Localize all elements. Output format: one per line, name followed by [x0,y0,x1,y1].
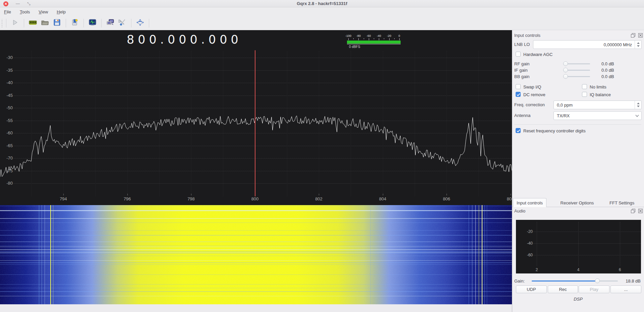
toolbar-separator [83,19,84,27]
device-config-icon [29,19,37,27]
dc-remove-checkbox[interactable] [516,92,521,97]
waterfall-streak [0,246,512,246]
tools-button[interactable] [117,18,127,28]
if-gain-slider[interactable] [563,68,590,72]
waterfall-streak [0,252,512,252]
audio-spectrum-plot: -20-40-6024681012 [516,220,641,273]
bb-gain-slider[interactable] [563,74,590,79]
menu-item-help[interactable]: Help [57,9,66,14]
audio-gain-label: Gain: [514,278,525,284]
toolbar-separator [131,19,131,27]
antenna-combobox[interactable]: TX/RX [553,111,642,120]
waterfall[interactable] [0,205,512,304]
more-options-button[interactable]: ... [610,286,641,293]
antenna-label: Antenna [514,113,530,118]
dbfs-scale-label: -80 [356,34,361,38]
float-panel-icon[interactable] [631,33,635,38]
audio-gain-slider[interactable] [532,278,618,283]
freq-correction-input[interactable]: 0,0 ppm [553,101,642,109]
tab-input-controls[interactable]: Input controls [513,198,546,207]
menu-item-view[interactable]: View [39,9,48,14]
slider-handle[interactable] [595,278,600,283]
audio-ylabel: -20 [521,229,533,234]
spin-down-icon[interactable] [637,45,640,47]
slider-handle[interactable] [563,68,568,72]
fft-trace [0,44,512,201]
toolbar-drag-handle[interactable] [1,19,3,27]
menu-item-file[interactable]: File [4,9,11,14]
udp-button[interactable]: UDP [516,286,547,293]
titlebar: ✕ — ⤡ Gqrx 2.8 - hackrf=51331f [0,0,644,7]
pan-view-button[interactable] [135,18,145,28]
spin-up-icon[interactable] [637,42,640,44]
reset-digits-row: Reset frequency controller digits [512,128,644,134]
start-dsp-button[interactable] [10,18,20,28]
waterfall-streak [0,230,512,231]
close-panel-icon[interactable] [638,209,643,213]
dbfs-tick [389,38,390,40]
menu-item-tools[interactable]: Tools [20,9,30,14]
gain-value: 0.0 dB [601,68,614,73]
toolbar [0,16,644,30]
remote-control-button[interactable] [105,18,115,28]
reset-digits-label: Reset frequency controller digits [523,128,586,133]
dbfs-scale-label: 0 [398,34,400,38]
bb-gain-row: BB gain0.0 dB [512,74,644,80]
tab-fft-settings[interactable]: FFT Settings [606,198,638,207]
dock-tabbar: Input controlsReceiver OptionsFFT Settin… [512,198,644,207]
waterfall-signal-line [482,205,482,304]
audio-hgrid [527,232,641,232]
rf-gain-row: RF gain0.0 dB [512,61,644,67]
maximize-window-button[interactable]: ⤡ [27,2,31,6]
dsp-status-label: DSP [512,297,644,302]
open-file-button[interactable] [40,18,50,28]
spin-down-icon[interactable] [637,106,640,107]
hardware-agc-checkbox[interactable] [516,52,521,57]
iq-balance-label: IQ balance [590,92,611,97]
center-frequency-marker[interactable] [255,50,255,196]
no-limits-checkbox[interactable] [582,84,587,89]
bookmarks-icon [71,19,78,27]
lnb-lo-input[interactable]: 0,000000 MHz [533,40,642,49]
slider-handle[interactable] [563,74,568,79]
dbfs-scale-label: -20 [387,34,391,38]
device-config-button[interactable] [28,18,38,28]
slider-handle[interactable] [563,61,568,66]
waterfall-signal-line [484,205,485,304]
toolbar-separator [6,19,6,27]
reset-digits-checkbox[interactable] [516,128,521,133]
freq-correction-spin-arrows[interactable] [635,101,641,109]
tools-icon [118,19,126,27]
swap-i-q-checkbox[interactable] [516,84,521,89]
float-panel-icon[interactable] [631,209,635,213]
audio-panel-header: Audio [514,208,643,213]
if-gain-row: IF gain0.0 dB [512,67,644,73]
dbfs-tick [353,38,354,39]
no-limits-label: No limits [590,84,606,89]
spectrum-waterfall-area[interactable]: 800.000.000 -100-80-60-40-200 0 dBFS -30… [0,30,512,304]
play-button[interactable]: Play [579,286,609,293]
section-separator [514,124,641,125]
signal-monitor-button[interactable] [87,18,98,28]
dbfs-tick [358,38,359,40]
iq-balance-checkbox[interactable] [582,92,587,97]
remote-control-icon [106,19,114,27]
minimize-window-button[interactable]: — [16,2,20,6]
bookmarks-button[interactable] [70,18,80,28]
bottom-margin [0,304,512,312]
rec-button[interactable]: Rec [548,286,578,293]
close-panel-icon[interactable] [638,33,643,38]
waterfall-streak [0,288,512,288]
waterfall-signal-line [370,205,371,304]
tab-receiver-options[interactable]: Receiver Options [557,198,597,207]
freq-correction-row: Freq. correction0,0 ppm [512,101,644,109]
save-file-button[interactable] [52,18,62,28]
lnb-lo-spin-arrows[interactable] [635,41,641,49]
dbfs-tick [348,38,349,40]
close-window-button[interactable]: ✕ [3,1,8,6]
waterfall-signal-line [45,205,45,304]
rf-gain-slider[interactable] [563,61,590,66]
pan-view-icon [136,19,144,27]
gain-label: RF gain [514,61,530,66]
spin-up-icon[interactable] [637,103,640,104]
